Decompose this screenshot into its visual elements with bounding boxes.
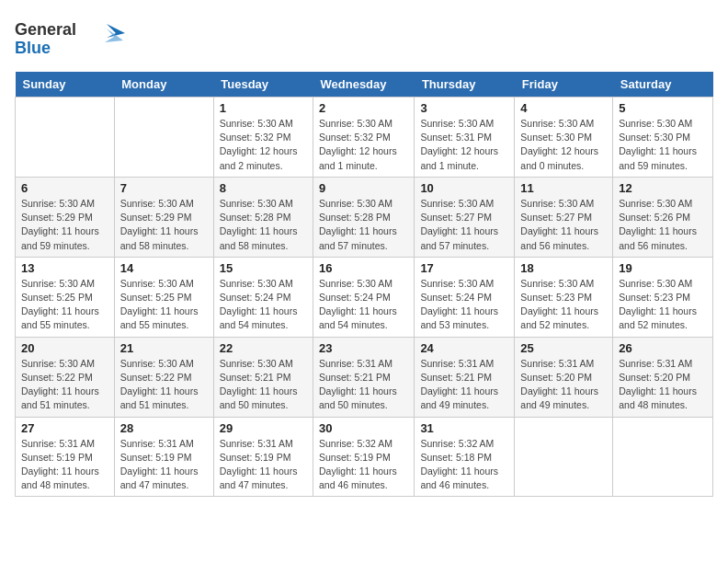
day-info: Sunrise: 5:32 AM Sunset: 5:19 PM Dayligh… [319, 437, 408, 493]
day-info: Sunrise: 5:30 AM Sunset: 5:25 PM Dayligh… [21, 277, 108, 333]
day-number: 18 [520, 261, 607, 275]
day-number: 8 [220, 181, 307, 195]
day-info: Sunrise: 5:31 AM Sunset: 5:21 PM Dayligh… [420, 357, 508, 413]
calendar-cell: 28Sunrise: 5:31 AM Sunset: 5:19 PM Dayli… [114, 417, 213, 497]
page-header: General Blue [15, 15, 713, 64]
calendar-cell: 31Sunrise: 5:32 AM Sunset: 5:18 PM Dayli… [415, 417, 515, 497]
day-number: 6 [21, 181, 108, 195]
day-info: Sunrise: 5:30 AM Sunset: 5:21 PM Dayligh… [220, 357, 307, 413]
day-number: 15 [220, 261, 307, 275]
calendar-cell [114, 98, 213, 178]
day-info: Sunrise: 5:32 AM Sunset: 5:18 PM Dayligh… [420, 437, 508, 493]
day-info: Sunrise: 5:30 AM Sunset: 5:22 PM Dayligh… [120, 357, 208, 413]
calendar-cell [613, 417, 713, 497]
calendar-cell: 2Sunrise: 5:30 AM Sunset: 5:32 PM Daylig… [313, 98, 415, 178]
calendar-cell: 23Sunrise: 5:31 AM Sunset: 5:21 PM Dayli… [313, 337, 415, 417]
day-info: Sunrise: 5:30 AM Sunset: 5:24 PM Dayligh… [220, 277, 307, 333]
calendar-cell: 13Sunrise: 5:30 AM Sunset: 5:25 PM Dayli… [16, 257, 115, 337]
day-info: Sunrise: 5:30 AM Sunset: 5:32 PM Dayligh… [319, 117, 408, 173]
day-number: 27 [21, 421, 108, 435]
day-number: 19 [619, 261, 707, 275]
day-info: Sunrise: 5:30 AM Sunset: 5:25 PM Dayligh… [120, 277, 208, 333]
day-info: Sunrise: 5:30 AM Sunset: 5:29 PM Dayligh… [21, 197, 108, 253]
day-header-saturday: Saturday [613, 72, 713, 98]
day-number: 26 [619, 341, 707, 355]
day-number: 10 [420, 181, 508, 195]
day-number: 11 [520, 181, 607, 195]
day-info: Sunrise: 5:31 AM Sunset: 5:21 PM Dayligh… [319, 357, 408, 413]
day-info: Sunrise: 5:31 AM Sunset: 5:19 PM Dayligh… [120, 437, 208, 493]
calendar-cell: 5Sunrise: 5:30 AM Sunset: 5:30 PM Daylig… [613, 98, 713, 178]
day-header-wednesday: Wednesday [313, 72, 415, 98]
day-number: 20 [21, 341, 108, 355]
day-number: 2 [319, 101, 408, 115]
calendar-cell: 7Sunrise: 5:30 AM Sunset: 5:29 PM Daylig… [114, 177, 213, 257]
calendar-cell: 12Sunrise: 5:30 AM Sunset: 5:26 PM Dayli… [613, 177, 713, 257]
calendar-cell: 8Sunrise: 5:30 AM Sunset: 5:28 PM Daylig… [213, 177, 313, 257]
calendar-cell: 29Sunrise: 5:31 AM Sunset: 5:19 PM Dayli… [213, 417, 313, 497]
day-info: Sunrise: 5:30 AM Sunset: 5:29 PM Dayligh… [120, 197, 208, 253]
day-header-thursday: Thursday [415, 72, 515, 98]
svg-text:Blue: Blue [15, 39, 51, 57]
calendar-cell: 1Sunrise: 5:30 AM Sunset: 5:32 PM Daylig… [213, 98, 313, 178]
day-number: 3 [420, 101, 508, 115]
day-header-tuesday: Tuesday [213, 72, 313, 98]
day-number: 13 [21, 261, 108, 275]
calendar-cell: 21Sunrise: 5:30 AM Sunset: 5:22 PM Dayli… [114, 337, 213, 417]
day-header-sunday: Sunday [16, 72, 115, 98]
calendar-cell: 6Sunrise: 5:30 AM Sunset: 5:29 PM Daylig… [16, 177, 115, 257]
calendar-table: SundayMondayTuesdayWednesdayThursdayFrid… [15, 72, 713, 497]
day-info: Sunrise: 5:30 AM Sunset: 5:32 PM Dayligh… [220, 117, 307, 173]
calendar-cell: 16Sunrise: 5:30 AM Sunset: 5:24 PM Dayli… [313, 257, 415, 337]
day-header-friday: Friday [515, 72, 613, 98]
day-number: 31 [420, 421, 508, 435]
day-header-monday: Monday [114, 72, 213, 98]
calendar-cell: 17Sunrise: 5:30 AM Sunset: 5:24 PM Dayli… [415, 257, 515, 337]
day-number: 1 [220, 101, 307, 115]
calendar-cell [515, 417, 613, 497]
calendar-cell: 27Sunrise: 5:31 AM Sunset: 5:19 PM Dayli… [16, 417, 115, 497]
calendar-cell: 30Sunrise: 5:32 AM Sunset: 5:19 PM Dayli… [313, 417, 415, 497]
day-number: 4 [520, 101, 607, 115]
day-number: 7 [120, 181, 208, 195]
day-number: 29 [220, 421, 307, 435]
day-number: 25 [520, 341, 607, 355]
calendar-cell: 14Sunrise: 5:30 AM Sunset: 5:25 PM Dayli… [114, 257, 213, 337]
day-info: Sunrise: 5:30 AM Sunset: 5:26 PM Dayligh… [619, 197, 707, 253]
day-number: 21 [120, 341, 208, 355]
calendar-cell [16, 98, 115, 178]
day-number: 23 [319, 341, 408, 355]
day-number: 14 [120, 261, 208, 275]
day-info: Sunrise: 5:31 AM Sunset: 5:19 PM Dayligh… [21, 437, 108, 493]
day-number: 30 [319, 421, 408, 435]
day-number: 5 [619, 101, 707, 115]
day-number: 22 [220, 341, 307, 355]
day-info: Sunrise: 5:30 AM Sunset: 5:24 PM Dayligh… [420, 277, 508, 333]
day-info: Sunrise: 5:30 AM Sunset: 5:24 PM Dayligh… [319, 277, 408, 333]
calendar-cell: 19Sunrise: 5:30 AM Sunset: 5:23 PM Dayli… [613, 257, 713, 337]
day-number: 24 [420, 341, 508, 355]
svg-text:General: General [15, 20, 76, 39]
calendar-cell: 22Sunrise: 5:30 AM Sunset: 5:21 PM Dayli… [213, 337, 313, 417]
day-number: 17 [420, 261, 508, 275]
calendar-cell: 24Sunrise: 5:31 AM Sunset: 5:21 PM Dayli… [415, 337, 515, 417]
day-info: Sunrise: 5:30 AM Sunset: 5:23 PM Dayligh… [520, 277, 607, 333]
day-number: 12 [619, 181, 707, 195]
calendar-cell: 11Sunrise: 5:30 AM Sunset: 5:27 PM Dayli… [515, 177, 613, 257]
calendar-cell: 20Sunrise: 5:30 AM Sunset: 5:22 PM Dayli… [16, 337, 115, 417]
calendar-cell: 3Sunrise: 5:30 AM Sunset: 5:31 PM Daylig… [415, 98, 515, 178]
day-number: 28 [120, 421, 208, 435]
day-info: Sunrise: 5:30 AM Sunset: 5:31 PM Dayligh… [420, 117, 508, 173]
day-info: Sunrise: 5:30 AM Sunset: 5:28 PM Dayligh… [220, 197, 307, 253]
calendar-cell: 18Sunrise: 5:30 AM Sunset: 5:23 PM Dayli… [515, 257, 613, 337]
calendar-cell: 25Sunrise: 5:31 AM Sunset: 5:20 PM Dayli… [515, 337, 613, 417]
day-info: Sunrise: 5:31 AM Sunset: 5:20 PM Dayligh… [520, 357, 607, 413]
day-info: Sunrise: 5:31 AM Sunset: 5:19 PM Dayligh… [220, 437, 307, 493]
calendar-cell: 15Sunrise: 5:30 AM Sunset: 5:24 PM Dayli… [213, 257, 313, 337]
calendar-cell: 4Sunrise: 5:30 AM Sunset: 5:30 PM Daylig… [515, 98, 613, 178]
day-info: Sunrise: 5:30 AM Sunset: 5:28 PM Dayligh… [319, 197, 408, 253]
day-info: Sunrise: 5:30 AM Sunset: 5:27 PM Dayligh… [520, 197, 607, 253]
day-info: Sunrise: 5:30 AM Sunset: 5:30 PM Dayligh… [520, 117, 607, 173]
calendar-cell: 10Sunrise: 5:30 AM Sunset: 5:27 PM Dayli… [415, 177, 515, 257]
day-number: 16 [319, 261, 408, 275]
